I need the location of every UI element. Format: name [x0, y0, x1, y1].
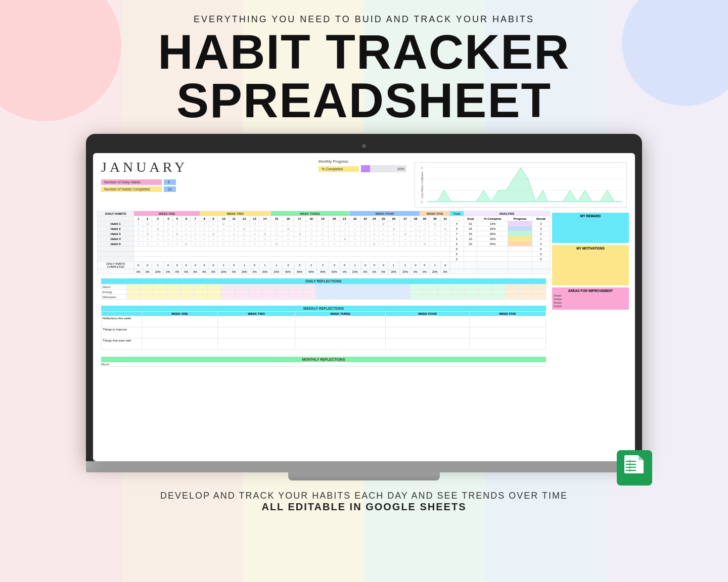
day-18: 18 [305, 216, 317, 221]
day-10: 10 [218, 216, 230, 221]
weekly-ref-table: WEEK ONE WEEK TWO WEEK THREE WEEK FOUR W… [101, 311, 546, 350]
main-title: HABIT TRACKER SPREADSHEET [0, 28, 728, 125]
reward-box: MY REWARD [552, 213, 629, 243]
habit-4-streak: 1 [532, 236, 550, 241]
habit-4-goal: 10 [464, 236, 477, 241]
weekly-reflections-header: WEEKLY REFLECTIONS [101, 306, 546, 311]
stat-completed-value: 22 [164, 186, 176, 192]
pct-completed-label: % Completed [318, 166, 359, 172]
improvement-areas-2: Areas [554, 301, 627, 304]
sheet-month: JANUARY [101, 159, 300, 175]
habit-5-row: Habit 5 ☐☐☐☐☐☑☐ ☐☐☐☐☐☐☐ ☑☐☐☐☐☐☐ ☐☐☑☐☐☐☐ … [98, 241, 550, 247]
things-to-improve-label: Things to Improve [102, 327, 142, 338]
monthly-reflections-header: MONTHLY REFLECTIONS [101, 357, 546, 362]
stat-habits-completed: Number of Habits Completed 22 [101, 186, 300, 192]
mood-label: Mood [102, 284, 127, 289]
motivations-box: MY MOTIVATIONS [552, 245, 629, 285]
progress-bar-track: 20% [361, 165, 406, 172]
things-went-well-label: Things that went well [102, 338, 142, 350]
things-to-improve-row: Things to Improve [102, 327, 546, 338]
bottom-tagline-top: DEVELOP AND TRACK YOUR HABITS EACH DAY A… [160, 491, 568, 501]
habit-1-goal: 31 [464, 221, 477, 226]
habit-3-progress [508, 231, 532, 236]
day-12: 12 [239, 216, 250, 221]
laptop-screen: JANUARY Number of Daily Habits 5 Number … [93, 153, 635, 461]
total-header: Total [450, 211, 464, 216]
day-2: 2 [143, 216, 152, 221]
stats-row: Number of Daily Habits 5 Number of Habit… [101, 179, 300, 192]
week-one-header: WEEK ONE [134, 211, 200, 216]
sheet-title-area: JANUARY Number of Daily Habits 5 Number … [101, 159, 300, 192]
daily-completed-row: DAILY HABITSCOMPLETED 0010000 0010101 13… [98, 262, 550, 269]
habit-3-label: Habit 3 [98, 231, 134, 236]
habit-3-total: 7 [450, 231, 464, 236]
empty-row-1: 00 [98, 247, 550, 252]
habit-2-goal: 25 [464, 226, 477, 231]
pct-completed-value: 20% [395, 165, 406, 172]
laptop-camera-bar [93, 141, 635, 153]
svg-text:0: 0 [421, 201, 423, 204]
week-five-header: WEEK FIVE [420, 211, 450, 216]
day-9: 9 [209, 216, 218, 221]
improvement-box: AREAS FOR IMPROVEMENT Areas Action Areas… [552, 287, 629, 310]
habit-5-progress [508, 241, 532, 247]
spreadsheet: JANUARY Number of Daily Habits 5 Number … [93, 153, 635, 461]
laptop-outer: JANUARY Number of Daily Habits 5 Number … [86, 134, 642, 461]
improvement-title: AREAS FOR IMPROVEMENT [554, 289, 627, 293]
daily-reflections-section: DAILY REFLECTIONS Mood [97, 276, 550, 302]
monthly-progress-label: Monthly Progress: [318, 159, 406, 164]
habit-2-total: 5 [450, 226, 464, 231]
day-31: 31 [441, 216, 450, 221]
day-14: 14 [259, 216, 271, 221]
improvement-areas-1: Areas [554, 294, 627, 297]
week-ref-blank [102, 312, 142, 316]
day-27: 27 [399, 216, 411, 221]
goal-header: Goal [464, 216, 477, 221]
habit-1-streak: 3 [532, 221, 550, 226]
day-23: 23 [361, 216, 370, 221]
habit-3-pct: 28% [477, 231, 508, 236]
progress-header: Progress [508, 216, 532, 221]
day-3: 3 [152, 216, 164, 221]
day-24: 24 [370, 216, 379, 221]
day-21: 21 [340, 216, 349, 221]
day-26: 26 [388, 216, 399, 221]
stat-completed-label: Number of Habits Completed [101, 186, 162, 192]
daily-completed-label: DAILY HABITSCOMPLETED [98, 262, 134, 269]
weekly-reflections-section: WEEKLY REFLECTIONS WEEK ONE WEEK TWO WEE… [97, 304, 550, 352]
reflections-this-week-row: Reflections this week [102, 316, 546, 327]
laptop-stand [288, 472, 440, 480]
habit-5-streak: 3 [532, 241, 550, 247]
reward-title: MY REWARD [554, 214, 627, 218]
habits-table: DAILY HABITS WEEK ONE WEEK TWO WEEK THRE… [97, 211, 550, 274]
week-four-ref-header: WEEK FOUR [386, 312, 470, 316]
week-one-ref-header: WEEK ONE [142, 312, 218, 316]
habit-4-pct: 10% [477, 236, 508, 241]
week-two-ref-header: WEEK TWO [217, 312, 295, 316]
laptop-base [86, 461, 642, 472]
svg-marker-8 [427, 168, 622, 202]
day-28: 28 [411, 216, 420, 221]
bottom-tagline-bold: ALL EDITABLE IN GOOGLE SHEETS [160, 501, 568, 513]
motivation-label: Motivation [102, 295, 127, 300]
things-went-well-row: Things that went well [102, 338, 546, 350]
habit-5-pct: 25% [477, 241, 508, 247]
week-three-header: WEEK THREE [270, 211, 349, 216]
habit-3-streak: 2 [532, 231, 550, 236]
day-16: 16 [282, 216, 294, 221]
stat-daily-value: 5 [164, 179, 176, 185]
day-25: 25 [379, 216, 388, 221]
chart-y-label: Daily Habits Completed [421, 172, 424, 198]
monthly-mood-label: Mood [101, 363, 131, 366]
habit-3-row: Habit 3 ☐☑☐☐☑☐☐ ☐☑☐☐☐☐☑ ☐☐☑☐☐☐☐ ☐☐☐☐☐☑☐ … [98, 231, 550, 236]
sheet-header: JANUARY Number of Daily Habits 5 Number … [93, 153, 635, 211]
habit-4-progress [508, 236, 532, 241]
day-6: 6 [181, 216, 191, 221]
habit-5-goal: 20 [464, 241, 477, 247]
chart-area: Daily Habits Completed 3 2 1 0 [415, 162, 627, 208]
habit-1-progress [508, 221, 532, 226]
habit-4-total: 1 [450, 236, 464, 241]
daily-reflections-header: DAILY REFLECTIONS [101, 278, 546, 284]
energy-label: Energy [102, 289, 127, 295]
empty-row-2: 00 [98, 252, 550, 257]
